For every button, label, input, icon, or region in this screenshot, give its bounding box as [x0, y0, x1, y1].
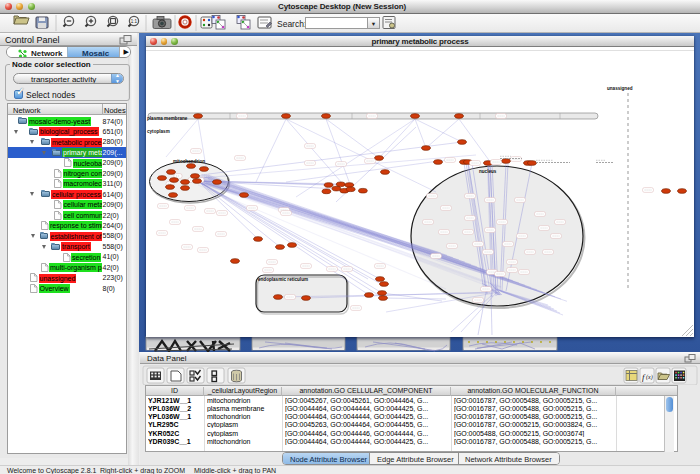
svg-text:unassigned: unassigned [607, 86, 633, 91]
svg-text:nucleus: nucleus [479, 169, 497, 174]
svg-text:(x): (x) [646, 374, 653, 381]
svg-text:1:1: 1:1 [131, 19, 138, 24]
svg-text:plasma membrane: plasma membrane [147, 116, 188, 121]
svg-text:endoplasmic reticulum: endoplasmic reticulum [258, 277, 308, 282]
svg-text:cytoplasm: cytoplasm [147, 129, 170, 134]
svg-text:mitochondrion: mitochondrion [173, 159, 205, 164]
